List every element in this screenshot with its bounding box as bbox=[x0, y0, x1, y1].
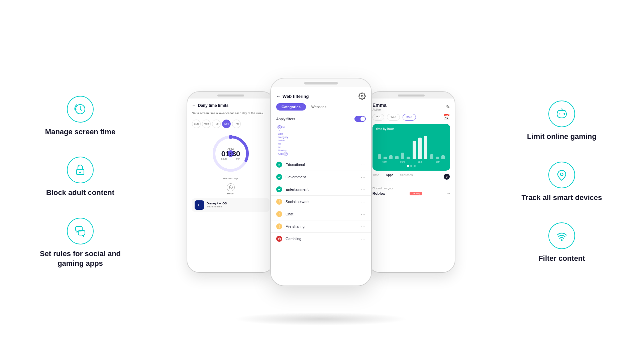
more-dots[interactable]: ··· bbox=[361, 174, 366, 180]
day-selector: Sun Mon Tue Wed Thu bbox=[192, 120, 270, 128]
phone-notch bbox=[217, 95, 244, 97]
more-dots[interactable]: ··· bbox=[361, 187, 366, 192]
dot-1[interactable] bbox=[410, 165, 412, 167]
tab-time[interactable]: Time bbox=[372, 173, 379, 181]
chart-title: time by hour bbox=[376, 127, 447, 131]
range-14d[interactable]: 14 d bbox=[387, 114, 400, 121]
feature-filter-content: Filter content bbox=[538, 222, 585, 263]
daily-title: Daily time limits bbox=[198, 103, 228, 108]
day-mon[interactable]: Mon bbox=[202, 120, 211, 128]
tab-apps[interactable]: Apps bbox=[386, 173, 394, 181]
time-value: 01:30 bbox=[221, 150, 240, 158]
phone-main-notch bbox=[304, 82, 338, 84]
tab-searches[interactable]: Searches bbox=[400, 173, 413, 181]
cat-filesharing-label: File sharing bbox=[286, 224, 305, 228]
wf-select-text: Select a web category below to set filte… bbox=[271, 125, 371, 159]
category-government: Government ··· bbox=[271, 171, 371, 183]
tab-categories[interactable]: Categories bbox=[276, 103, 306, 111]
cat-social-label: Social network bbox=[286, 200, 310, 204]
right-features: Limit online gaming Track all smart devi… bbox=[508, 101, 615, 263]
blocked-app-tag: Gaming bbox=[410, 192, 422, 195]
day-tue[interactable]: Tue bbox=[212, 120, 221, 128]
disney-row: D+ Disney+ – iOS Set time limit bbox=[192, 198, 270, 212]
day-wed[interactable]: Wed bbox=[222, 120, 231, 128]
social-gaming-label: Set rules for social and gaming apps bbox=[27, 249, 134, 268]
dot-2[interactable] bbox=[414, 165, 416, 167]
check-icon bbox=[276, 162, 282, 168]
gear-icon[interactable] bbox=[358, 93, 366, 100]
phone-daily-limits: ← Daily time limits Set a screen time al… bbox=[187, 92, 274, 272]
web-filtering-screen: ← Web filtering Categories Websites Appl… bbox=[271, 87, 371, 286]
emma-status: Active bbox=[372, 108, 387, 111]
category-list: Educational ··· Government ··· bbox=[271, 159, 371, 286]
feature-screen-time: Manage screen time bbox=[45, 96, 115, 137]
cat-government-label: Government bbox=[286, 175, 306, 179]
blocked-app-row: Roblox Gaming ··· bbox=[372, 191, 450, 196]
warn-icon: ! bbox=[276, 223, 282, 229]
check-icon bbox=[276, 174, 282, 180]
chart-pagination bbox=[376, 165, 447, 167]
reset-icon bbox=[227, 183, 235, 191]
daily-header: ← Daily time limits bbox=[192, 103, 270, 108]
reset-button[interactable]: Reset bbox=[192, 183, 270, 195]
back-arrow-icon: ← bbox=[276, 94, 281, 99]
more-dots[interactable]: ··· bbox=[447, 191, 450, 196]
page-container: Manage screen time Block adult content bbox=[0, 0, 642, 364]
feature-social-gaming: Set rules for social and gaming apps bbox=[27, 218, 134, 268]
nav-tabs: Time Apps Searches bbox=[368, 171, 455, 184]
chart-x-labels: 6am 9am 6am 8am bbox=[376, 161, 447, 163]
more-dots[interactable]: ··· bbox=[361, 211, 366, 217]
disney-sub: Set time limit bbox=[207, 205, 267, 208]
tab-websites[interactable]: Websites bbox=[306, 103, 332, 111]
block-icon: ⊘ bbox=[276, 236, 282, 242]
range-30d[interactable]: 30 d bbox=[403, 114, 416, 121]
emma-screen: Emma Active ✎ 7 d 14 d 30 d 📅 time by ho… bbox=[368, 99, 455, 272]
phone-right-notch bbox=[398, 95, 425, 97]
cat-entertainment-label: Entertainment bbox=[286, 187, 308, 191]
blocked-app-name: Roblox bbox=[372, 191, 385, 195]
category-gambling: ⊘ Gambling ··· bbox=[271, 233, 371, 245]
more-dots[interactable]: ··· bbox=[361, 199, 366, 204]
gamepad-icon bbox=[548, 101, 575, 127]
back-arrow[interactable]: ← bbox=[192, 103, 196, 108]
online-gaming-label: Limit online gaming bbox=[527, 132, 597, 142]
category-filesharing: ! File sharing ··· bbox=[271, 220, 371, 233]
phone-shadow bbox=[234, 312, 408, 326]
time-circle: Allow 01:30 hours min bbox=[211, 134, 251, 174]
cat-educational-label: Educational bbox=[286, 163, 305, 167]
category-entertainment: Entertainment ··· bbox=[271, 183, 371, 196]
wf-apply-row: Apply filters bbox=[271, 114, 371, 125]
daily-limits-screen: ← Daily time limits Set a screen time al… bbox=[187, 99, 274, 272]
disney-icon: D+ bbox=[195, 200, 204, 210]
range-7d[interactable]: 7 d bbox=[372, 114, 384, 121]
category-social: ! Social network ··· bbox=[271, 196, 371, 208]
filter-content-label: Filter content bbox=[538, 254, 585, 263]
category-chat: ! Chat ··· bbox=[271, 208, 371, 220]
wifi-icon bbox=[548, 222, 575, 249]
adult-content-label: Block adult content bbox=[46, 188, 114, 198]
min-label: min bbox=[236, 158, 240, 160]
time-units: hours min bbox=[221, 158, 240, 160]
calendar-icon[interactable]: 📅 bbox=[443, 114, 450, 121]
filter-icon[interactable] bbox=[443, 173, 450, 181]
dot-active[interactable] bbox=[407, 165, 409, 167]
warn-icon: ! bbox=[276, 199, 282, 205]
more-dots[interactable]: ··· bbox=[361, 236, 366, 241]
more-dots[interactable]: ··· bbox=[361, 224, 366, 229]
emma-name: Emma bbox=[372, 103, 387, 108]
chat-bubbles-icon bbox=[67, 218, 94, 244]
phone-web-filtering: ← Web filtering Categories Websites Appl… bbox=[271, 78, 371, 286]
wf-back-button[interactable]: ← Web filtering bbox=[276, 94, 309, 99]
apply-toggle[interactable] bbox=[354, 116, 366, 122]
disney-name: Disney+ – iOS bbox=[207, 202, 267, 205]
day-sun[interactable]: Sun bbox=[192, 120, 201, 128]
clock-icon bbox=[67, 96, 94, 123]
more-dots[interactable]: ··· bbox=[361, 162, 366, 167]
svg-rect-2 bbox=[79, 172, 81, 173]
location-pin-icon bbox=[548, 162, 575, 188]
day-thu[interactable]: Thu bbox=[232, 120, 241, 128]
cat-chat-label: Chat bbox=[286, 212, 293, 216]
blocked-label: Blocked category bbox=[372, 187, 450, 190]
warn-icon: ! bbox=[276, 211, 282, 217]
edit-icon[interactable]: ✎ bbox=[446, 104, 450, 110]
